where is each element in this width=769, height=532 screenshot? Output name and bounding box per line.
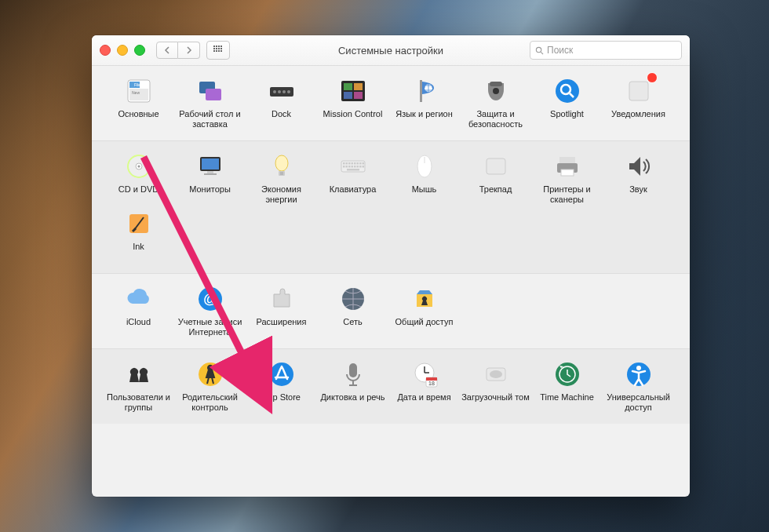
svg-rect-31 <box>420 80 422 102</box>
svg-rect-72 <box>561 169 574 176</box>
pref-dictation[interactable]: Диктовка и речь <box>317 359 388 413</box>
svg-rect-29 <box>344 92 352 99</box>
minimize-button[interactable] <box>117 45 128 56</box>
pref-desktop[interactable]: Рабочий стол и заставка <box>174 75 246 129</box>
pref-general[interactable]: FileNewОсновные <box>103 75 174 129</box>
pref-ink[interactable]: Ink <box>103 208 174 262</box>
pref-internet[interactable]: @Учетные записи Интернета <box>174 283 246 337</box>
pref-timemachine[interactable]: Time Machine <box>531 359 603 413</box>
pref-row: iCloud@Учетные записи ИнтернетаРасширени… <box>103 283 679 341</box>
pref-label: Экономия энергии <box>246 184 317 205</box>
pref-label: Ink <box>133 242 144 262</box>
pref-section-3: Пользователи и группыРодительский контро… <box>92 349 690 424</box>
language-icon <box>409 75 440 107</box>
titlebar: Системные настройки Поиск <box>92 35 690 66</box>
svg-text:18: 18 <box>428 381 435 386</box>
svg-point-23 <box>278 90 281 93</box>
search-input[interactable]: Поиск <box>530 41 682 60</box>
general-icon: FileNew <box>123 75 155 107</box>
svg-point-12 <box>536 47 541 52</box>
pref-label: Защита и безопасность <box>460 109 531 129</box>
keyboard-icon <box>337 151 369 182</box>
svg-rect-44 <box>202 159 219 169</box>
svg-rect-64 <box>359 166 362 168</box>
pref-trackpad[interactable]: Трекпад <box>460 151 531 205</box>
notification-badge <box>647 72 658 83</box>
search-icon <box>535 46 544 55</box>
svg-text:New: New <box>132 90 140 95</box>
network-icon <box>337 283 369 315</box>
svg-point-42 <box>137 166 140 168</box>
pref-sound[interactable]: Звук <box>603 151 674 205</box>
pref-users[interactable]: Пользователи и группы <box>103 359 174 413</box>
svg-rect-11 <box>220 50 222 52</box>
svg-rect-28 <box>354 83 363 90</box>
show-all-button[interactable] <box>206 41 230 60</box>
traffic-lights <box>100 45 145 56</box>
displays-icon <box>195 151 226 182</box>
pref-label: Язык и регион <box>395 109 453 129</box>
close-button[interactable] <box>100 45 111 56</box>
back-button[interactable] <box>156 42 178 59</box>
pref-label: Рабочий стол и заставка <box>174 109 246 129</box>
svg-point-47 <box>275 155 288 171</box>
pref-notifications[interactable]: Уведомления <box>603 75 674 129</box>
pref-label: Звук <box>629 184 647 205</box>
pref-extensions[interactable]: Расширения <box>246 283 317 337</box>
pref-displays[interactable]: Мониторы <box>174 151 246 205</box>
pref-label: Загрузочный том <box>461 392 530 413</box>
pref-appstore[interactable]: App Store <box>246 359 317 413</box>
svg-rect-62 <box>354 166 356 168</box>
energy-icon <box>266 151 297 182</box>
pref-dock[interactable]: Dock <box>246 75 317 129</box>
svg-line-13 <box>541 52 543 54</box>
pref-mission[interactable]: Mission Control <box>317 75 388 129</box>
zoom-button[interactable] <box>134 45 145 56</box>
pref-startup[interactable]: Загрузочный том <box>460 359 531 413</box>
pref-sharing[interactable]: Общий доступ <box>388 283 460 337</box>
pref-label: Родительский контроль <box>174 392 246 413</box>
datetime-icon: 18 <box>409 359 440 390</box>
pref-mouse[interactable]: Мышь <box>388 151 460 205</box>
icloud-icon <box>123 283 155 315</box>
security-icon <box>480 75 512 107</box>
pref-label: Mission Control <box>323 109 383 129</box>
svg-rect-0 <box>213 46 215 47</box>
pref-network[interactable]: Сеть <box>317 283 388 337</box>
pref-keyboard[interactable]: Клавиатура <box>317 151 388 205</box>
search-placeholder: Поиск <box>547 45 573 56</box>
pref-label: CD и DVD <box>118 184 159 205</box>
pref-icloud[interactable]: iCloud <box>103 283 174 337</box>
pref-label: Дата и время <box>397 392 450 413</box>
pref-energy[interactable]: Экономия энергии <box>246 151 317 205</box>
svg-rect-2 <box>218 46 220 47</box>
pref-parental[interactable]: Родительский контроль <box>174 359 246 413</box>
svg-point-25 <box>287 90 290 93</box>
svg-rect-46 <box>204 173 217 175</box>
pref-security[interactable]: Защита и безопасность <box>460 75 531 129</box>
forward-button[interactable] <box>178 42 200 59</box>
sound-icon <box>623 151 654 182</box>
pref-datetime[interactable]: 18Дата и время <box>388 359 460 413</box>
pref-label: Универсальный доступ <box>603 392 674 413</box>
pref-label: Трекпад <box>479 184 512 205</box>
mission-icon <box>337 75 369 107</box>
pref-language[interactable]: Язык и регион <box>388 75 460 129</box>
pref-section-1: CD и DVDМониторыЭкономия энергииКлавиату… <box>92 141 690 274</box>
pref-label: Учетные записи Интернета <box>174 317 246 337</box>
pref-row: Пользователи и группыРодительский контро… <box>103 359 679 416</box>
pref-printers[interactable]: Принтеры и сканеры <box>531 151 603 205</box>
svg-rect-52 <box>348 162 351 165</box>
pref-accessibility[interactable]: Универсальный доступ <box>603 359 674 413</box>
svg-rect-70 <box>559 157 575 163</box>
svg-point-88 <box>490 370 502 378</box>
pref-spotlight[interactable]: Spotlight <box>531 75 603 129</box>
timemachine-icon <box>552 359 583 390</box>
pref-cddvd[interactable]: CD и DVD <box>103 151 174 205</box>
svg-rect-56 <box>359 162 362 165</box>
pref-label: Пользователи и группы <box>103 392 174 413</box>
pref-label: Time Machine <box>540 392 594 413</box>
svg-rect-30 <box>354 92 363 99</box>
pref-section-2: iCloud@Учетные записи ИнтернетаРасширени… <box>92 274 690 349</box>
svg-point-35 <box>556 79 579 103</box>
